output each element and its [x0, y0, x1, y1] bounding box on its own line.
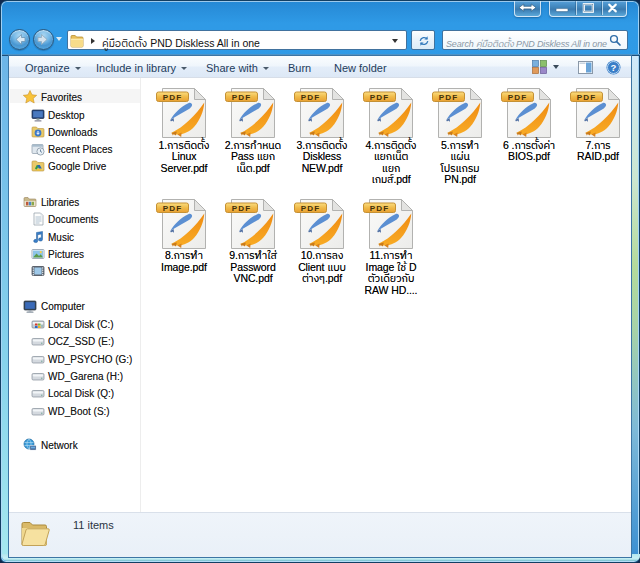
svg-text:?: ?: [611, 62, 617, 73]
